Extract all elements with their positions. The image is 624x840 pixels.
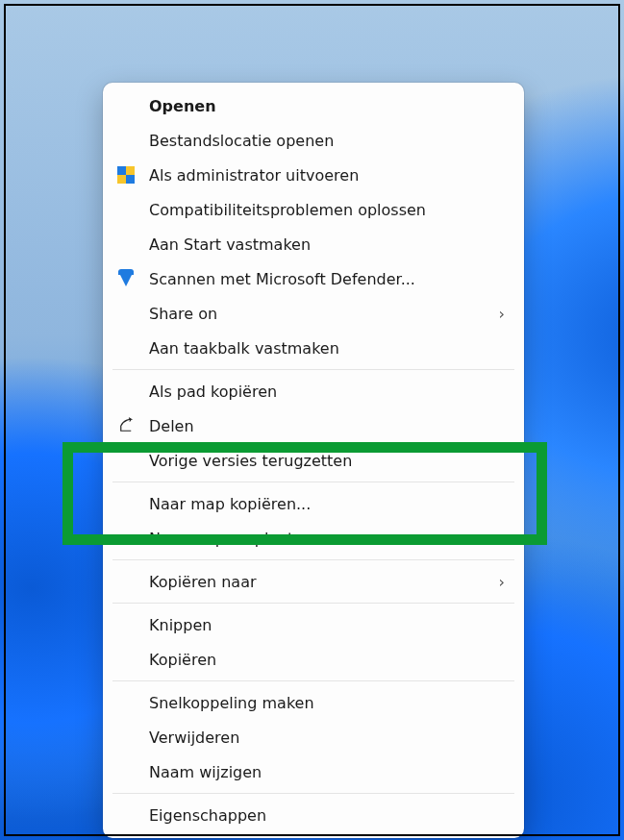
icon-spacer: [116, 131, 136, 150]
menu-item-pin-to-start[interactable]: Aan Start vastmaken: [103, 227, 524, 261]
menu-separator: [112, 680, 514, 681]
menu-item-label: Bestandslocatie openen: [149, 132, 505, 150]
chevron-right-icon: ›: [499, 573, 505, 591]
defender-shield: [116, 269, 136, 288]
menu-item-label: Delen: [149, 417, 505, 435]
icon-spacer: [116, 728, 136, 747]
menu-item-copy-to-folder[interactable]: Naar map kopiëren...: [103, 486, 524, 521]
menu-item-rename[interactable]: Naam wijzigen: [103, 754, 524, 789]
icon-spacer: [116, 382, 136, 401]
menu-item-label: Naar map verplaatsen...: [149, 530, 505, 548]
menu-item-restore-previous[interactable]: Vorige versies terugzetten: [103, 443, 524, 478]
menu-item-label: Kopiëren: [149, 651, 505, 669]
icon-spacer: [116, 338, 136, 358]
menu-item-label: Snelkoppeling maken: [149, 694, 505, 712]
menu-item-move-to-folder[interactable]: Naar map verplaatsen...: [103, 521, 524, 556]
menu-item-copy-as-path[interactable]: Als pad kopiëren: [103, 374, 524, 408]
menu-item-label: Scannen met Microsoft Defender...: [149, 270, 505, 288]
menu-item-run-as-admin[interactable]: Als administrator uitvoeren: [103, 158, 524, 192]
menu-item-label: Knippen: [149, 616, 505, 634]
icon-spacer: [116, 805, 136, 825]
icon-spacer: [116, 762, 136, 781]
menu-item-label: Aan Start vastmaken: [149, 235, 505, 254]
menu-separator: [112, 793, 514, 794]
menu-separator: [112, 603, 514, 604]
menu-item-label: Naar map kopiëren...: [149, 495, 505, 513]
icon-spacer: [116, 235, 136, 254]
icon-spacer: [116, 451, 136, 470]
menu-item-create-shortcut[interactable]: Snelkoppeling maken: [103, 685, 524, 720]
menu-item-delete[interactable]: Verwijderen: [103, 720, 524, 754]
icon-spacer: [116, 529, 136, 548]
menu-item-label: Openen: [149, 97, 505, 115]
menu-item-copy-to[interactable]: Kopiëren naar›: [103, 564, 524, 599]
icon-spacer: [116, 650, 136, 669]
menu-separator: [112, 559, 514, 560]
menu-item-label: Kopiëren naar: [149, 573, 486, 591]
icon-spacer: [116, 200, 136, 219]
icon-spacer: [116, 615, 136, 634]
menu-item-scan-defender[interactable]: Scannen met Microsoft Defender...: [103, 261, 524, 296]
menu-item-properties[interactable]: Eigenschappen: [103, 798, 524, 832]
icon-spacer: [116, 304, 136, 323]
menu-item-label: Aan taakbalk vastmaken: [149, 339, 505, 358]
menu-item-copy[interactable]: Kopiëren: [103, 642, 524, 677]
menu-item-pin-to-taskbar[interactable]: Aan taakbalk vastmaken: [103, 331, 524, 365]
menu-item-label: Share on: [149, 305, 486, 323]
share-icon: [116, 416, 136, 435]
icon-spacer: [116, 693, 136, 712]
icon-spacer: [116, 494, 136, 513]
menu-item-label: Als administrator uitvoeren: [149, 166, 505, 185]
menu-separator: [112, 482, 514, 482]
uac-shield: [116, 165, 136, 185]
menu-item-label: Verwijderen: [149, 729, 505, 747]
menu-item-label: Compatibiliteitsproblemen oplossen: [149, 201, 505, 219]
chevron-right-icon: ›: [499, 305, 505, 323]
menu-item-share[interactable]: Delen: [103, 408, 524, 443]
menu-item-troubleshoot-compat[interactable]: Compatibiliteitsproblemen oplossen: [103, 192, 524, 227]
menu-item-label: Vorige versies terugzetten: [149, 452, 505, 470]
menu-item-label: Als pad kopiëren: [149, 383, 505, 401]
context-menu: OpenenBestandslocatie openenAls administ…: [103, 83, 524, 838]
menu-item-cut[interactable]: Knippen: [103, 607, 524, 642]
menu-item-open[interactable]: Openen: [103, 88, 524, 123]
icon-spacer: [116, 572, 136, 591]
menu-separator: [112, 369, 514, 370]
icon-spacer: [116, 96, 136, 115]
menu-item-open-file-location[interactable]: Bestandslocatie openen: [103, 123, 524, 158]
menu-item-share-on[interactable]: Share on›: [103, 296, 524, 331]
menu-item-label: Naam wijzigen: [149, 763, 505, 781]
menu-item-label: Eigenschappen: [149, 806, 505, 825]
